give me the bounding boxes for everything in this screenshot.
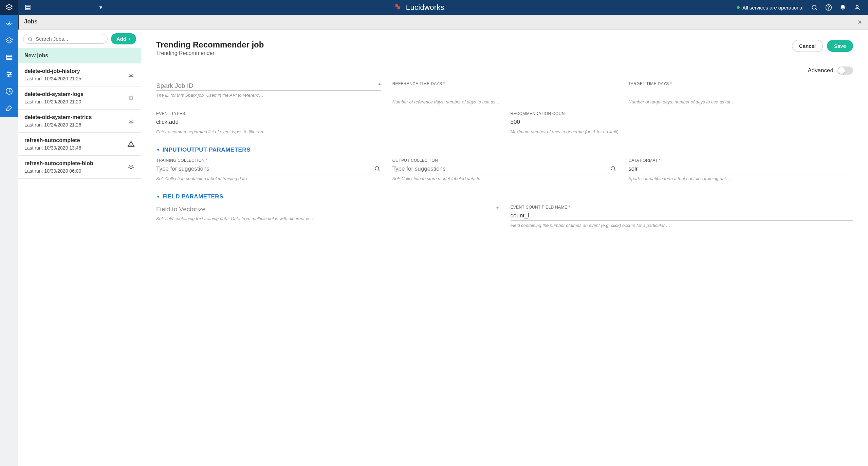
svg-point-18 (7, 72, 9, 73)
format-input[interactable] (628, 164, 853, 174)
event-types-help: Enter a comma-separated list of event ty… (156, 129, 499, 134)
svg-point-52 (611, 167, 615, 170)
rec-count-help: Maximum number of recs to generate (or -… (511, 129, 853, 134)
section-io-label: INPUT/OUTPUT PARAMETERS (162, 147, 251, 153)
rail-item-collections[interactable] (0, 49, 18, 66)
job-list-item[interactable]: delete-old-job-historyLast run: 10/24/20… (18, 63, 141, 86)
countfld-input[interactable] (511, 211, 853, 221)
search-icon[interactable] (374, 166, 380, 172)
svg-line-25 (133, 74, 133, 75)
advanced-toggle[interactable] (837, 66, 853, 75)
brand-text: Lucidworks (406, 3, 444, 12)
svg-line-33 (129, 99, 130, 100)
close-icon[interactable]: × (858, 18, 862, 26)
svg-rect-2 (25, 7, 30, 8)
jobs-panel: Add + New jobs delete-old-job-historyLas… (18, 30, 141, 466)
ref-days-input[interactable] (392, 88, 617, 97)
job-list-item[interactable]: delete-old-system-metricsLast run: 10/24… (18, 110, 141, 133)
field-vectorize: Field to Vectorize * Solr field containi… (156, 205, 499, 228)
job-name: refresh-autocomplete-blob (24, 160, 93, 167)
svg-line-53 (614, 170, 615, 171)
job-name: delete-old-system-metrics (24, 114, 92, 120)
side-rail (0, 15, 18, 466)
svg-point-20 (8, 76, 9, 77)
advanced-label: Advanced (808, 67, 833, 74)
page-subtitle: Trending Recommender (156, 50, 264, 56)
field-data-format: DATA FORMAT * Spark-compatible format th… (628, 158, 853, 181)
add-job-button[interactable]: Add + (111, 33, 136, 44)
field-count-field: EVENT COUNT FIELD NAME * Field containin… (511, 205, 853, 228)
jobs-search-input[interactable] (36, 36, 103, 42)
help-icon[interactable] (825, 4, 832, 11)
svg-line-24 (129, 74, 130, 75)
svg-line-49 (133, 165, 133, 166)
vectorize-help: Solr field containing text training data… (156, 216, 499, 221)
rail-item-analytics[interactable] (0, 83, 18, 100)
bell-icon[interactable] (839, 4, 846, 11)
content-area: Trending Recommender job Trending Recomm… (141, 30, 868, 466)
tgt-days-label: TARGET TIME DAYS (628, 81, 669, 86)
status-dot-icon (737, 6, 740, 9)
new-jobs-section[interactable]: New jobs (18, 48, 141, 63)
tgt-days-input[interactable] (628, 88, 853, 97)
svg-line-7 (816, 9, 817, 10)
search-icon (27, 36, 33, 42)
section-field-params[interactable]: ▼ FIELD PARAMETERS (156, 193, 853, 200)
svg-line-31 (129, 96, 130, 96)
job-meta: Last run: 10/29/2020 21:20 (24, 99, 84, 104)
rec-count-label: RECOMMENDATION COUNT (511, 111, 853, 116)
jobs-search[interactable] (23, 34, 108, 44)
cancel-button[interactable]: Cancel (792, 40, 823, 52)
job-status-sun-icon (127, 163, 135, 171)
section-io[interactable]: ▼ INPUT/OUTPUT PARAMETERS (156, 147, 853, 153)
svg-rect-14 (6, 59, 12, 60)
output-label: OUTPUT COLLECTION (392, 158, 617, 163)
event-types-label: EVENT TYPES (156, 111, 499, 116)
rail-item-ingest[interactable] (0, 15, 18, 32)
user-icon[interactable] (854, 4, 861, 11)
job-list-item[interactable]: refresh-autocompleteLast run: 10/30/2020… (18, 133, 141, 156)
ref-days-help: Number of reference days: number of days… (392, 99, 617, 104)
svg-line-47 (133, 169, 133, 169)
training-input[interactable] (156, 164, 381, 174)
countfld-label: EVENT COUNT FIELD NAME (511, 205, 568, 210)
field-rec-count: RECOMMENDATION COUNT Maximum number of r… (511, 111, 853, 134)
job-list-item[interactable]: delete-old-system-logsLast run: 10/29/20… (18, 86, 141, 110)
spark-id-placeholder: Spark Job ID (156, 82, 193, 90)
tgt-days-help: Number of target days: number of days to… (628, 99, 853, 104)
search-icon[interactable] (811, 4, 818, 11)
caret-down-icon: ▼ (98, 5, 103, 10)
vectorize-placeholder: Field to Vectorize (156, 206, 206, 213)
rail-item-settings[interactable] (0, 100, 18, 117)
search-icon[interactable] (610, 166, 616, 172)
svg-point-6 (812, 5, 816, 9)
panel-title: Jobs (24, 18, 38, 25)
logo-icon[interactable] (0, 0, 18, 15)
section-field-params-label: FIELD PARAMETERS (162, 193, 223, 200)
svg-line-46 (129, 165, 130, 166)
svg-point-9 (828, 9, 829, 9)
save-button[interactable]: Save (827, 40, 853, 52)
rec-count-input[interactable] (511, 117, 853, 127)
ref-days-label: REFERENCE TIME DAYS (392, 81, 442, 86)
format-label: DATA FORMAT (628, 158, 658, 163)
chevron-down-icon: ▼ (156, 148, 160, 152)
svg-point-21 (29, 37, 32, 40)
svg-rect-12 (6, 55, 12, 57)
status-indicator[interactable]: All services are operational (737, 5, 804, 11)
spark-id-help: The ID for this Spark job. Used in the A… (156, 93, 381, 98)
output-input[interactable] (392, 164, 617, 174)
event-types-input[interactable] (156, 117, 499, 127)
job-list-item[interactable]: refresh-autocomplete-blobLast run: 10/30… (18, 156, 141, 179)
job-meta: Last run: 10/24/2020 21:25 (24, 76, 81, 81)
rail-item-index[interactable] (0, 32, 18, 49)
svg-rect-3 (25, 8, 30, 9)
job-meta: Last run: 10/30/2020 13:46 (24, 145, 81, 151)
svg-point-10 (856, 5, 858, 7)
page-title: Trending Recommender job (156, 40, 264, 50)
job-meta: Last run: 10/24/2020 21:26 (24, 122, 92, 128)
app-picker[interactable]: ▼ (18, 4, 109, 11)
svg-point-41 (130, 166, 132, 168)
svg-rect-13 (6, 57, 12, 58)
rail-item-pipelines[interactable] (0, 66, 18, 83)
